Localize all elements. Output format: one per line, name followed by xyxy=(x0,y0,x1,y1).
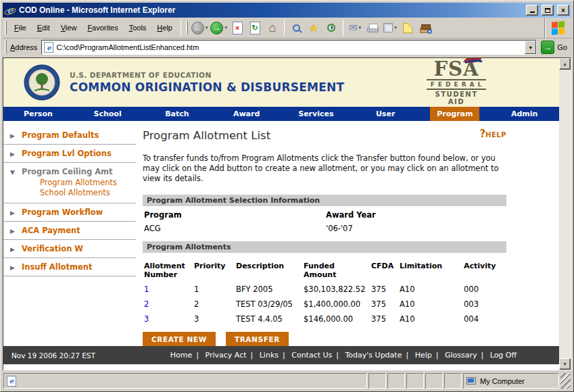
status-pane xyxy=(444,373,462,389)
chevron-down-icon: ▼ xyxy=(528,45,533,50)
toolbar-grip[interactable] xyxy=(5,21,7,34)
toolbar-separator xyxy=(284,20,285,36)
windows-logo-icon xyxy=(552,21,565,34)
sidebar-item-aca-payment[interactable]: ▶ACA Payment xyxy=(3,222,136,240)
sidebar-item-program-workflow[interactable]: ▶Program Workflow xyxy=(3,203,136,222)
nav-item-admin[interactable]: Admin xyxy=(504,107,544,121)
allotment-link-2[interactable]: 2 xyxy=(144,299,149,309)
menu-view[interactable]: View xyxy=(55,21,82,34)
scrollbar-track[interactable] xyxy=(559,70,571,358)
address-input[interactable]: e C:\cod\ProgramAllotmentListEnhanced.ht… xyxy=(41,40,537,55)
resize-grip[interactable] xyxy=(560,373,571,389)
footer-link-home[interactable]: Home xyxy=(170,351,192,360)
status-bar: e My Computer xyxy=(3,372,571,389)
sidebar: ▶Program Defaults ▶Program Lvl Options ▼… xyxy=(3,121,136,346)
footer-separator: | xyxy=(436,351,439,360)
sidebar-item-program-allotments[interactable]: Program Allotments xyxy=(40,178,133,188)
footer-link-help[interactable]: Help xyxy=(415,351,432,360)
stop-button[interactable]: × xyxy=(229,19,246,36)
title-row: Program Allotment List ? HELP xyxy=(143,129,506,142)
help-question-icon: ? xyxy=(479,129,485,139)
go-button[interactable]: → Go xyxy=(541,41,567,54)
footer-link-privacy-act[interactable]: Privacy Act xyxy=(206,351,247,360)
nav-item-user[interactable]: User xyxy=(369,107,402,121)
toolbar-grip[interactable] xyxy=(5,41,7,54)
refresh-button[interactable]: ↻ xyxy=(246,19,264,36)
award-year-value: '06-'07 xyxy=(325,221,506,237)
cell-limitation: A10 xyxy=(398,312,462,326)
menu-favorites[interactable]: Favorites xyxy=(82,21,123,34)
sidebar-item-school-allotments[interactable]: School Allotments xyxy=(40,188,133,198)
footer-link-links[interactable]: Links xyxy=(260,351,279,360)
page-title: Program Allotment List xyxy=(143,129,270,142)
sidebar-item-label: Program Workflow xyxy=(22,207,103,217)
research-button[interactable] xyxy=(416,19,434,36)
create-new-button[interactable]: CREATE NEW xyxy=(143,332,216,346)
action-buttons: CREATE NEW TRANSFER xyxy=(143,332,506,346)
menu-tools[interactable]: Tools xyxy=(124,21,152,34)
status-pane xyxy=(425,373,443,389)
mail-button[interactable]: ✉▾ xyxy=(346,19,364,36)
page-edit-icon xyxy=(383,23,393,32)
toolbar-grip[interactable] xyxy=(186,21,188,34)
footer-link-glossary[interactable]: Glossary xyxy=(445,351,477,360)
page-bottom-spacer xyxy=(3,364,559,370)
program-value: ACG xyxy=(143,221,325,237)
sidebar-item-program-lvl-options[interactable]: ▶Program Lvl Options xyxy=(3,145,136,163)
page-edit-button[interactable]: ▾ xyxy=(381,19,399,36)
cell-priority: 1 xyxy=(193,282,235,297)
nav-cell: Program xyxy=(421,107,490,121)
sidebar-item-verification-w[interactable]: ▶Verification W xyxy=(3,240,136,258)
allotment-link-1[interactable]: 1 xyxy=(144,285,149,294)
nav-item-school[interactable]: School xyxy=(87,107,128,121)
scroll-up-button[interactable]: ▲ xyxy=(559,58,571,70)
address-value[interactable]: C:\cod\ProgramAllotmentListEnhanced.htm xyxy=(56,43,522,51)
forward-button[interactable]: →▾ xyxy=(209,19,229,36)
col-cfda: CFDA xyxy=(370,258,398,282)
search-button[interactable] xyxy=(287,19,305,36)
cell-funded-amount: $30,103,822.52 xyxy=(302,282,370,297)
help-link[interactable]: ? HELP xyxy=(479,129,506,139)
status-pane xyxy=(406,373,424,389)
address-dropdown-button[interactable]: ▼ xyxy=(525,41,536,54)
print-button[interactable] xyxy=(364,19,381,36)
footer-separator: | xyxy=(196,351,199,360)
back-button[interactable]: ←▾ xyxy=(190,19,210,36)
expand-arrow-icon: ▶ xyxy=(10,210,22,216)
page-footer: Nov 19 2006 20:27 EST Home| Privacy Act|… xyxy=(3,346,559,364)
nav-item-person[interactable]: Person xyxy=(17,107,59,121)
transfer-button[interactable]: TRANSFER xyxy=(226,332,289,346)
home-button[interactable]: ⌂ xyxy=(264,19,281,36)
cell-funded-amount: $1,400,000.00 xyxy=(302,297,370,312)
sidebar-item-program-ceiling-amt[interactable]: ▼Program Ceiling Amt Program Allotments … xyxy=(3,163,136,203)
browser-window: e COD Online - Microsoft Internet Explor… xyxy=(0,0,574,392)
footer-link-todays-update[interactable]: Today's Update xyxy=(345,351,402,360)
nav-item-batch[interactable]: Batch xyxy=(158,107,195,121)
maximize-button[interactable] xyxy=(542,5,554,16)
notes-button[interactable] xyxy=(399,19,416,36)
close-button[interactable]: × xyxy=(557,5,569,16)
allotments-header: Program Allotments xyxy=(143,241,506,253)
menu-file[interactable]: File xyxy=(9,21,32,34)
nav-item-award[interactable]: Award xyxy=(226,107,266,121)
favorites-button[interactable]: ★ xyxy=(305,19,322,36)
footer-link-contact-us[interactable]: Contact Us xyxy=(291,351,332,360)
cell-priority: 3 xyxy=(193,312,235,326)
minimize-button[interactable] xyxy=(526,5,538,16)
sidebar-item-program-defaults[interactable]: ▶Program Defaults xyxy=(3,126,136,145)
history-icon xyxy=(327,24,335,32)
allotment-link-3[interactable]: 3 xyxy=(144,314,149,324)
search-icon xyxy=(293,24,300,32)
scroll-down-button[interactable]: ▼ xyxy=(559,358,571,370)
fsa-student-aid-label: STUDENT AID xyxy=(427,91,486,105)
menu-edit[interactable]: Edit xyxy=(32,21,55,34)
nav-item-program[interactable]: Program xyxy=(430,107,479,121)
nav-cell: Person xyxy=(3,107,73,121)
history-button[interactable] xyxy=(322,19,340,36)
page-icon: e xyxy=(44,42,53,53)
footer-separator: | xyxy=(481,351,483,360)
menu-help[interactable]: Help xyxy=(151,21,178,34)
sidebar-item-insuff-allotment[interactable]: ▶Insuff Allotment xyxy=(3,258,136,276)
footer-link-log-off[interactable]: Log Off xyxy=(490,351,517,360)
nav-item-services[interactable]: Services xyxy=(291,107,340,121)
